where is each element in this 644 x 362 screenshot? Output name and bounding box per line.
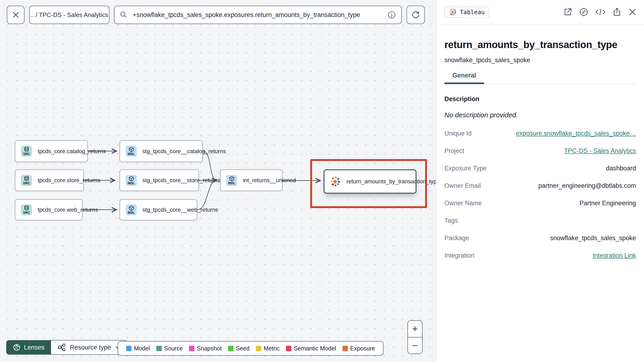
legend-chip-seed bbox=[228, 346, 234, 351]
tab-general[interactable]: General bbox=[444, 72, 484, 84]
detail-row-project: Project TPC-DS - Sales Analytics bbox=[444, 147, 636, 155]
legend-chip-model bbox=[126, 346, 132, 351]
description-empty-text: No description provided. bbox=[444, 111, 636, 119]
legend-item: Semantic Model bbox=[286, 345, 336, 352]
legend-item: Source bbox=[156, 345, 183, 352]
node-label: stg_tpcds_core__catalog_returns bbox=[142, 148, 226, 155]
details-rows: Unique Id exposure.snowflake_tpcds_sales… bbox=[444, 130, 636, 259]
lineage-node-source[interactable]: SRC tpcds_core.web_returns bbox=[15, 199, 82, 220]
source-icon: SRC bbox=[21, 175, 32, 186]
zoom-in-button[interactable]: + bbox=[408, 321, 422, 337]
close-lineage-button[interactable] bbox=[7, 6, 24, 24]
code-icon[interactable] bbox=[595, 7, 606, 17]
lineage-node-source[interactable]: SRC tpcds_core.store_returns bbox=[15, 169, 84, 191]
lineage-node-source[interactable]: SRC tpcds_core.catalog_returns bbox=[15, 140, 88, 162]
breadcrumb-label: .. / TPC-DS - Sales Analytics bbox=[30, 11, 108, 19]
integration-link[interactable]: Integration Link bbox=[592, 252, 636, 259]
dbt-explorer-lineage-app: .. / TPC-DS - Sales Analytics SRC tpcds_… bbox=[0, 0, 644, 362]
node-label: int_returns__unioned bbox=[243, 177, 296, 184]
resource-legend: Model Source Snapshot Seed Metric Semant… bbox=[118, 341, 384, 356]
legend-item: Seed bbox=[228, 345, 250, 352]
legend-item: Snapshot bbox=[189, 345, 222, 352]
node-label: tpcds_core.web_returns bbox=[38, 207, 98, 213]
model-icon: MDL bbox=[126, 204, 137, 215]
detail-row-unique-id: Unique Id exposure.snowflake_tpcds_sales… bbox=[444, 130, 636, 137]
detail-row-integration: Integration Integration Link bbox=[444, 252, 636, 259]
exposure-type-value: dashboard bbox=[606, 165, 636, 172]
legend-item: Model bbox=[126, 345, 150, 352]
resource-type-label: Resource type bbox=[70, 344, 111, 351]
model-icon: MDL bbox=[226, 175, 237, 186]
close-icon bbox=[12, 11, 20, 19]
tableau-badge-label: Tableau bbox=[460, 9, 485, 16]
legend-chip-source bbox=[156, 346, 162, 351]
package-subtitle: snowflake_tpcds_sales_spoke bbox=[444, 57, 636, 64]
tableau-badge[interactable]: Tableau bbox=[444, 7, 489, 18]
lineage-canvas[interactable]: .. / TPC-DS - Sales Analytics SRC tpcds_… bbox=[0, 0, 436, 362]
close-panel-icon[interactable] bbox=[628, 8, 637, 17]
legend-item: Exposure bbox=[342, 345, 375, 352]
canvas-controls: Lenses Resource type bbox=[6, 340, 128, 355]
lens-aperture-icon bbox=[13, 343, 21, 351]
package-value: snowflake_tpcds_sales_spoke bbox=[550, 235, 636, 242]
lenses-button[interactable]: Lenses bbox=[6, 340, 50, 354]
legend-item: Metric bbox=[256, 345, 280, 352]
node-label: tpcds_core.store_returns bbox=[38, 177, 100, 184]
panel-header: Tableau bbox=[436, 0, 644, 25]
project-link[interactable]: TPC-DS - Sales Analytics bbox=[564, 147, 636, 155]
legend-chip-metric bbox=[256, 346, 261, 351]
source-icon: SRC bbox=[21, 146, 32, 157]
resource-type-icon bbox=[58, 343, 66, 352]
node-label: tpcds_core.catalog_returns bbox=[38, 148, 106, 155]
lineage-search-box[interactable] bbox=[114, 6, 402, 24]
description-heading: Description bbox=[444, 95, 636, 103]
legend-chip-exposure bbox=[342, 346, 348, 351]
lineage-node-model[interactable]: MDL stg_tpcds_core__web_returns bbox=[120, 199, 197, 220]
refresh-icon bbox=[411, 10, 420, 20]
panel-tabs: General bbox=[444, 72, 636, 84]
page-title: return_amounts_by_transaction_type bbox=[444, 39, 636, 50]
model-icon: MDL bbox=[126, 175, 137, 186]
detail-row-tags: Tags bbox=[444, 217, 636, 224]
lenses-label: Lenses bbox=[24, 344, 44, 351]
search-icon bbox=[120, 11, 128, 19]
legend-chip-snapshot bbox=[189, 346, 194, 351]
zoom-out-button[interactable]: − bbox=[408, 337, 422, 354]
model-icon: MDL bbox=[126, 146, 137, 157]
resource-type-dropdown[interactable]: Resource type bbox=[50, 340, 127, 354]
detail-row-exposure-type: Exposure Type dashboard bbox=[444, 165, 636, 172]
search-input[interactable] bbox=[133, 11, 382, 19]
info-icon[interactable] bbox=[387, 10, 396, 19]
owner-name-value: Partner Engineering bbox=[580, 200, 636, 207]
legend-chip-semantic-model bbox=[286, 346, 292, 351]
node-label: stg_tpcds_core__store_returns bbox=[142, 177, 220, 184]
details-panel: Tableau bbox=[436, 0, 644, 362]
zoom-controls: + − bbox=[408, 320, 422, 354]
lineage-node-exposure-selected[interactable]: return_amounts_by_transaction_type bbox=[324, 169, 416, 194]
explore-compass-icon[interactable] bbox=[579, 7, 589, 17]
share-icon[interactable] bbox=[612, 7, 622, 17]
breadcrumb[interactable]: .. / TPC-DS - Sales Analytics bbox=[29, 6, 110, 24]
unique-id-link[interactable]: exposure.snowflake_tpcds_sales_spoke… bbox=[516, 130, 636, 137]
tableau-icon bbox=[330, 176, 341, 187]
source-icon: SRC bbox=[21, 204, 32, 215]
refresh-button[interactable] bbox=[406, 6, 425, 24]
owner-email-value: partner_engineering@dbtlabs.com bbox=[538, 182, 636, 190]
node-label: stg_tpcds_core__web_returns bbox=[142, 207, 218, 213]
detail-row-owner-name: Owner Name Partner Engineering bbox=[444, 200, 636, 207]
open-external-icon[interactable] bbox=[563, 7, 572, 17]
detail-row-package: Package snowflake_tpcds_sales_spoke bbox=[444, 235, 636, 242]
lineage-node-model[interactable]: MDL int_returns__unioned bbox=[220, 169, 282, 191]
detail-row-owner-email: Owner Email partner_engineering@dbtlabs.… bbox=[444, 182, 636, 190]
tableau-icon bbox=[449, 8, 457, 16]
lineage-node-model[interactable]: MDL stg_tpcds_core__catalog_returns bbox=[120, 140, 203, 162]
lineage-node-model[interactable]: MDL stg_tpcds_core__store_returns bbox=[120, 169, 199, 191]
node-label: return_amounts_by_transaction_type bbox=[346, 178, 440, 185]
